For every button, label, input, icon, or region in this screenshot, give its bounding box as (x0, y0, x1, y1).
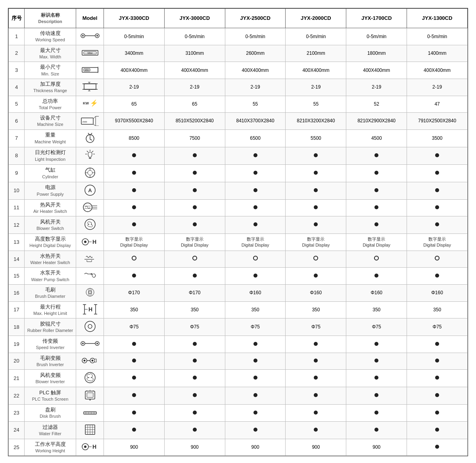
digital-display-cell: 数字显示Digital Display (105, 236, 163, 249)
dot-indicator (374, 205, 378, 209)
header-model: Model (76, 9, 104, 28)
desc-sub-8: Light Inspection (26, 156, 75, 162)
dot-indicator (193, 342, 197, 346)
dot-indicator (435, 188, 439, 192)
circle-indicator (132, 256, 136, 260)
spec-table-wrapper: 序号 标识名称 Description Model JYX-3300CD JYX… (8, 8, 468, 456)
row-icon-11 (76, 199, 104, 216)
row-val-8-5 (407, 147, 468, 164)
dot-indicator (132, 188, 136, 192)
row-desc-6: 设备尺寸Machine Size (25, 113, 76, 130)
desc-sub-21: Blower Inverter (26, 379, 75, 385)
circle-indicator (192, 256, 197, 260)
row-icon-5: KW ⚡ (76, 96, 104, 113)
table-row: 13高度数字显示Height Digital Display H 数字显示Dig… (9, 234, 468, 251)
table-header-row: 序号 标识名称 Description Model JYX-3300CD JYX… (9, 9, 468, 28)
desc-sub-24: Water Filter (26, 431, 75, 437)
dot-indicator (314, 342, 318, 346)
row-icon-13: H (76, 234, 104, 251)
dot-indicator (193, 411, 197, 415)
desc-sub-12: Blower Switch (26, 226, 75, 232)
desc-main-7: 重量 (26, 131, 75, 139)
row-val-6-4: 8210X2900X2840 (346, 113, 407, 130)
row-val-17-3: 350 (286, 301, 346, 318)
row-icon-18 (76, 318, 104, 336)
dot-indicator (314, 411, 318, 415)
row-val-15-2 (225, 268, 286, 285)
dot-indicator (132, 342, 136, 346)
table-body: 1传动速度Working Speed 0-5m/min0-5m/min0-5m/… (9, 28, 468, 456)
dot-indicator (193, 188, 197, 192)
row-val-13-0: 数字显示Digital Display (104, 234, 165, 251)
row-val-20-4 (346, 353, 407, 370)
row-val-12-3 (286, 216, 346, 234)
row-val-12-4 (346, 216, 407, 234)
svg-text:mm: mm (83, 120, 87, 123)
row-icon-15 (76, 268, 104, 285)
desc-sub-4: Thickness Range (26, 88, 75, 94)
desc-main-14: 水热开关 (26, 253, 75, 260)
dot-indicator (253, 188, 257, 192)
desc-sub-23: Disk Brush (26, 413, 75, 419)
row-val-10-5 (407, 182, 468, 199)
row-val-13-2: 数字显示Digital Display (225, 234, 286, 251)
dot-indicator (253, 342, 257, 346)
dot-indicator (374, 171, 378, 175)
desc-main-10: 电源 (26, 184, 75, 191)
dot-indicator (435, 222, 439, 226)
row-desc-13: 高度数字显示Height Digital Display (25, 234, 76, 251)
row-val-8-1 (164, 147, 225, 164)
svg-point-73 (88, 324, 92, 328)
row-val-17-4: 350 (346, 301, 407, 318)
row-val-23-5 (407, 405, 468, 422)
row-val-15-3 (286, 268, 346, 285)
row-val-21-1 (164, 370, 225, 387)
spec-table: 序号 标识名称 Description Model JYX-3300CD JYX… (8, 8, 468, 456)
row-icon-7 (76, 129, 104, 147)
table-row: 24过滤器Water Filter (9, 421, 468, 439)
circle-indicator (313, 256, 318, 260)
row-icon-17: H (76, 301, 104, 318)
dot-indicator (253, 376, 257, 380)
row-val-3-4: 400X400mm (346, 62, 407, 79)
row-val-12-5 (407, 216, 468, 234)
table-row: 25工作水平高度Working Height H 900900900900900 (9, 439, 468, 456)
row-val-2-3: 2100mm (286, 45, 346, 62)
row-val-15-5 (407, 268, 468, 285)
dot-indicator (435, 359, 439, 363)
svg-rect-88 (87, 393, 93, 397)
row-val-23-2 (225, 405, 286, 422)
row-val-13-5: 数字显示Digital Display (407, 234, 468, 251)
row-val-9-2 (225, 164, 286, 182)
dot-indicator (374, 274, 378, 278)
table-row: 23盘刷Disk Brush (9, 405, 468, 422)
row-seq-14: 14 (9, 251, 25, 268)
row-val-6-0: 9370X5500X2840 (104, 113, 165, 130)
row-val-14-4 (346, 251, 407, 268)
row-val-18-0: Φ75 (104, 318, 165, 336)
circle-indicator (374, 256, 379, 260)
row-desc-5: 总功率Total Power (25, 96, 76, 113)
row-val-20-2 (225, 353, 286, 370)
header-seq: 序号 (9, 9, 25, 28)
table-row: 7重量Machine Weight 8500750065005500450035… (9, 129, 468, 147)
dot-indicator (435, 342, 439, 346)
row-seq-12: 12 (9, 216, 25, 234)
row-val-1-1: 0-5m/min (164, 28, 225, 45)
table-row: 22PLC 触屏PLC Touch Screen (9, 387, 468, 405)
row-val-14-0 (104, 251, 165, 268)
row-desc-7: 重量Machine Weight (25, 129, 76, 147)
row-val-2-1: 3100mm (164, 45, 225, 62)
row-val-3-3: 400X400mm (286, 62, 346, 79)
row-val-24-4 (346, 421, 407, 439)
row-seq-18: 18 (9, 318, 25, 336)
row-val-9-1 (164, 164, 225, 182)
dot-indicator (193, 205, 197, 209)
row-val-10-3 (286, 182, 346, 199)
row-val-11-0 (104, 199, 165, 216)
row-val-19-4 (346, 336, 407, 353)
table-row: 18胶辊尺寸Rubber Roller Diameter Φ75Φ75Φ75Φ7… (9, 318, 468, 336)
row-val-5-5: 47 (407, 96, 468, 113)
row-val-5-3: 55 (286, 96, 346, 113)
row-val-5-0: 65 (104, 96, 165, 113)
